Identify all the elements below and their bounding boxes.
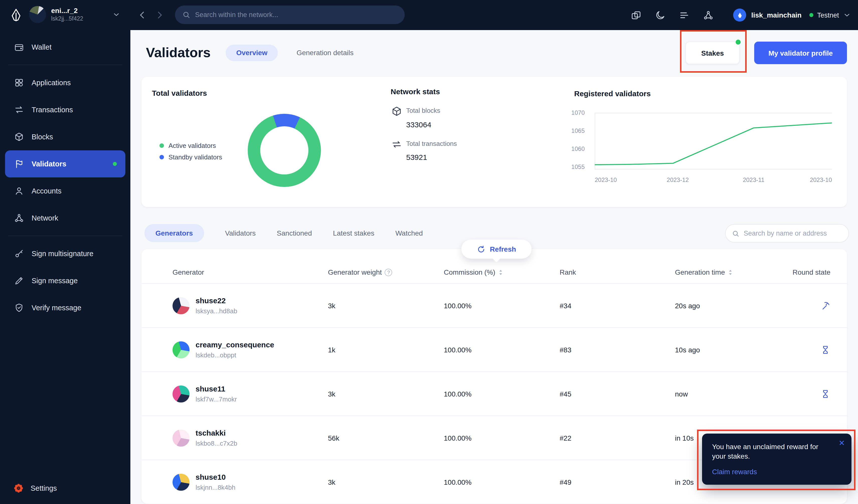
help-icon[interactable]: ? <box>385 269 392 276</box>
rank: #34 <box>560 302 675 310</box>
validator-avatar <box>173 297 190 314</box>
rank: #22 <box>560 434 675 442</box>
generator-weight: 3k <box>328 478 444 486</box>
validator-name: creamy_consequence <box>195 340 274 349</box>
blocks-icon <box>14 132 24 142</box>
generator-weight: 56k <box>328 434 444 442</box>
sidebar-item-validators[interactable]: Validators <box>5 150 125 177</box>
sidebar-item-verify-message[interactable]: Verify message <box>5 294 125 321</box>
nav-back-button[interactable] <box>137 9 148 21</box>
accounts-icon <box>14 186 24 196</box>
pickaxe-icon <box>821 300 830 310</box>
shield-check-icon <box>14 303 24 313</box>
tab-overview[interactable]: Overview <box>226 44 278 61</box>
unclaimed-reward-toast: You have an unclaimed reward for your st… <box>702 434 852 485</box>
multichain-icon[interactable] <box>630 9 642 21</box>
col-commission[interactable]: Commission (%) <box>444 268 560 276</box>
account-menu[interactable]: lisk_mainchain Testnet <box>733 9 851 21</box>
validator-address: lskjnn...8k4bh <box>195 483 235 492</box>
sort-icon <box>498 269 503 275</box>
sidebar-divider <box>8 65 122 65</box>
sidebar-item-sign-message[interactable]: Sign message <box>5 267 125 294</box>
chevron-down-icon <box>112 11 120 18</box>
page-title: Validators <box>146 45 211 60</box>
registered-validators-title: Registered validators <box>574 89 651 98</box>
validator-row[interactable]: creamy_consequence lskdeb...obppt 1k 100… <box>141 327 847 371</box>
col-round-state: Round state <box>791 268 830 276</box>
network-search <box>175 5 405 24</box>
toast-message: You have an unclaimed reward for your st… <box>712 442 831 461</box>
claim-rewards-link[interactable]: Claim rewards <box>712 468 757 476</box>
sidebar-item-applications[interactable]: Applications <box>5 69 125 96</box>
transactions-icon <box>14 105 24 115</box>
close-icon[interactable]: ✕ <box>839 439 845 448</box>
applications-icon <box>14 78 24 88</box>
table-filter-tabs: Generators Validators Sanctioned Latest … <box>144 224 423 242</box>
activity-list-icon[interactable] <box>678 9 690 21</box>
account-name: lisk_mainchain <box>751 11 801 19</box>
hourglass-icon <box>821 345 830 355</box>
total-blocks-icon <box>391 106 402 117</box>
tab-latest-stakes[interactable]: Latest stakes <box>333 229 374 237</box>
generator-weight: 1k <box>328 346 444 354</box>
wallet-icon <box>14 42 24 52</box>
line-chart-x-axis: 2023-10 2023-12 2023-11 2023-10 <box>595 176 832 184</box>
validator-name: tschakki <box>195 428 237 438</box>
sidebar-item-network[interactable]: Network <box>5 205 125 231</box>
line-chart-y-axis: 1070 1065 1060 1055 <box>553 113 590 169</box>
col-rank: Rank <box>560 268 675 276</box>
validator-row[interactable]: shuse11 lskf7w...7mokr 3k 100.00% #45 no… <box>141 371 847 416</box>
network-address: lsk2jj...5f422 <box>51 15 110 22</box>
peers-icon[interactable] <box>702 9 714 21</box>
validator-search <box>725 224 849 243</box>
refresh-button[interactable]: Refresh <box>461 240 531 259</box>
generation-time: now <box>675 390 791 398</box>
chevron-down-icon <box>843 11 851 19</box>
total-validators-title: Total validators <box>152 89 207 97</box>
col-generation-time[interactable]: Generation time <box>675 268 791 276</box>
sidebar-divider <box>8 235 122 236</box>
sidebar-item-sign-multisignature[interactable]: Sign multisignature <box>5 240 125 267</box>
tab-validators[interactable]: Validators <box>225 229 255 237</box>
my-validator-profile-button[interactable]: My validator profile <box>754 42 847 64</box>
validator-row[interactable]: shuse22 lsksya...hd8ab 3k 100.00% #34 20… <box>141 283 847 327</box>
network-avatar <box>29 6 46 23</box>
total-blocks-label: Total blocks <box>406 107 440 114</box>
hourglass-icon <box>821 389 830 399</box>
sidebar-item-settings[interactable]: Settings <box>5 476 125 500</box>
standby-validators-dot <box>159 155 164 159</box>
stakes-button[interactable]: Stakes <box>685 42 740 64</box>
validator-address: lskbo8...c7x2b <box>195 439 237 448</box>
validator-name: shuse22 <box>195 296 237 305</box>
sidebar-item-wallet[interactable]: Wallet <box>5 34 125 61</box>
sidebar-item-accounts[interactable]: Accounts <box>5 177 125 205</box>
commission: 100.00% <box>444 346 560 354</box>
dark-mode-icon[interactable] <box>654 9 666 21</box>
network-search-input[interactable] <box>195 11 398 18</box>
stakes-notification-dot <box>736 39 741 45</box>
network-label: Testnet <box>817 11 839 19</box>
tab-generation-details[interactable]: Generation details <box>286 44 364 61</box>
validator-address: lskf7w...7mokr <box>195 395 237 404</box>
nav-forward-button[interactable] <box>154 9 165 21</box>
validator-search-input[interactable] <box>744 230 842 237</box>
donut-legend: Active validators Standby validators <box>159 140 222 163</box>
tab-watched[interactable]: Watched <box>395 229 423 237</box>
refresh-icon <box>477 245 486 254</box>
sidebar-item-transactions[interactable]: Transactions <box>5 96 125 123</box>
table-header: Generator Generator weight ? Commission … <box>141 261 847 283</box>
tab-sanctioned[interactable]: Sanctioned <box>277 229 312 237</box>
sidebar: Wallet Applications Transactions Blocks … <box>0 30 130 504</box>
page-header: Validators Overview Generation details <box>146 41 364 64</box>
sidebar-item-blocks[interactable]: Blocks <box>5 123 125 150</box>
registered-validators-chart <box>595 113 832 169</box>
validator-address: lsksya...hd8ab <box>195 307 237 315</box>
total-validators-donut <box>248 114 321 187</box>
app-window: eni...r_2 lsk2jj...5f422 <box>0 0 858 504</box>
validator-name: shuse10 <box>195 472 235 482</box>
lisk-chain-icon <box>733 9 746 21</box>
network-switcher[interactable]: eni...r_2 lsk2jj...5f422 <box>29 6 120 23</box>
validators-flag-icon <box>14 159 24 169</box>
lisk-logo-icon <box>9 8 23 22</box>
tab-generators[interactable]: Generators <box>144 224 204 242</box>
